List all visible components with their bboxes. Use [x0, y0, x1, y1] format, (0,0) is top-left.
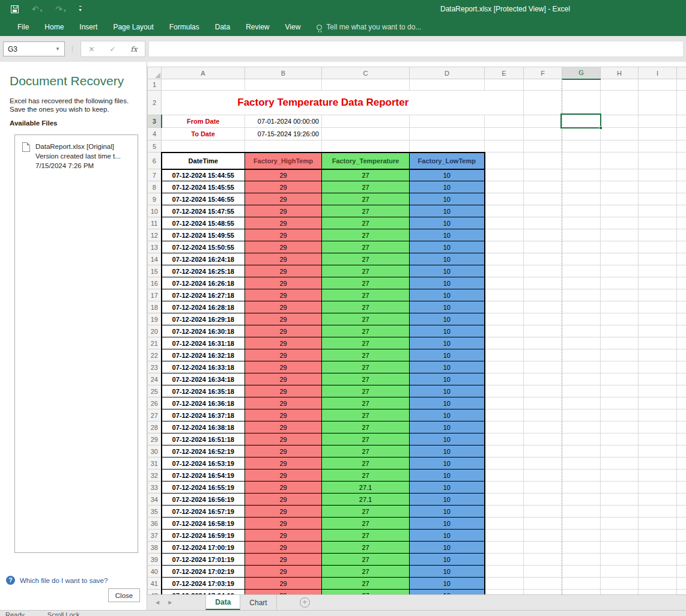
cell-empty[interactable]	[562, 373, 601, 385]
cell-empty[interactable]	[677, 361, 686, 373]
cell-empty[interactable]	[562, 205, 601, 217]
row-header[interactable]: 29	[148, 433, 162, 445]
which-file-help-link[interactable]: Which file do I want to save?	[20, 577, 108, 584]
cell-hightemp[interactable]: 29	[245, 205, 322, 217]
cell-empty[interactable]	[639, 217, 677, 229]
cell-empty[interactable]	[601, 337, 639, 349]
cell-empty[interactable]	[524, 566, 562, 578]
column-header-d[interactable]: D	[410, 67, 485, 79]
cell-temperature[interactable]: 27	[322, 205, 410, 217]
row-header[interactable]: 40	[148, 566, 162, 578]
column-header-b[interactable]: B	[245, 67, 322, 79]
cell-empty[interactable]	[485, 433, 524, 445]
cell-empty[interactable]	[524, 289, 562, 301]
cell-empty[interactable]	[562, 241, 601, 253]
cell-empty[interactable]	[562, 578, 601, 590]
cell-lowtemp[interactable]: 10	[410, 506, 485, 518]
cell-empty[interactable]	[677, 325, 686, 337]
cell-hightemp[interactable]: 29	[245, 229, 322, 241]
cell-empty[interactable]	[524, 482, 562, 494]
cell-empty[interactable]	[245, 140, 322, 152]
cell-empty[interactable]	[562, 470, 601, 482]
cell-empty[interactable]	[677, 409, 686, 421]
cell-empty[interactable]	[485, 530, 524, 542]
cell-empty[interactable]	[485, 506, 524, 518]
cell-empty[interactable]	[524, 181, 562, 193]
cell-lowtemp[interactable]: 10	[410, 590, 485, 595]
cell-empty[interactable]	[677, 229, 686, 241]
cell-lowtemp[interactable]: 10	[410, 169, 485, 181]
cell-empty[interactable]	[601, 140, 639, 152]
cell-temperature[interactable]: 27	[322, 457, 410, 470]
cell-empty[interactable]	[524, 140, 562, 152]
cell-lowtemp[interactable]: 10	[410, 542, 485, 554]
cell-empty[interactable]	[562, 152, 601, 169]
cell-empty[interactable]	[562, 566, 601, 578]
row-header[interactable]: 13	[148, 241, 162, 253]
cell-empty[interactable]	[677, 433, 686, 445]
cell-empty[interactable]	[639, 115, 677, 128]
cell-hightemp[interactable]: 29	[245, 169, 322, 181]
cell-datetime[interactable]: 07-12-2024 17:02:19	[162, 566, 245, 578]
cell-temperature[interactable]: 27	[322, 265, 410, 277]
cell-empty[interactable]	[601, 361, 639, 373]
cell-empty[interactable]	[677, 445, 686, 457]
cell-lowtemp[interactable]: 10	[410, 277, 485, 289]
cell-empty[interactable]	[601, 217, 639, 229]
cell-empty[interactable]	[524, 115, 562, 128]
cell-empty[interactable]	[639, 169, 677, 181]
cell-empty[interactable]	[485, 457, 524, 470]
cell-empty[interactable]	[562, 518, 601, 530]
cell-empty[interactable]	[601, 277, 639, 289]
cell-lowtemp[interactable]: 10	[410, 229, 485, 241]
cell-temperature[interactable]: 27	[322, 313, 410, 325]
column-header-i[interactable]: I	[639, 67, 677, 79]
row-header[interactable]: 9	[148, 193, 162, 205]
cell-temperature[interactable]: 27	[322, 373, 410, 385]
row-header[interactable]: 27	[148, 409, 162, 421]
close-button[interactable]: Close	[108, 588, 140, 602]
cell-empty[interactable]	[562, 421, 601, 433]
row-header[interactable]: 36	[148, 518, 162, 530]
cell-datetime[interactable]: 07-12-2024 16:38:18	[162, 421, 245, 433]
cell-empty[interactable]	[639, 152, 677, 169]
cell-empty[interactable]	[562, 409, 601, 421]
cell-empty[interactable]	[562, 482, 601, 494]
cell-empty[interactable]	[524, 152, 562, 169]
header-datetime[interactable]: DateTime	[162, 152, 245, 169]
cell-empty[interactable]	[485, 265, 524, 277]
cell-empty[interactable]	[677, 205, 686, 217]
cell-empty[interactable]	[677, 128, 686, 140]
cell-empty[interactable]	[639, 421, 677, 433]
cell-empty[interactable]	[639, 79, 677, 91]
cell-lowtemp[interactable]: 10	[410, 289, 485, 301]
cell-empty[interactable]	[601, 578, 639, 590]
cell-empty[interactable]	[524, 433, 562, 445]
cell-empty[interactable]	[562, 554, 601, 566]
cell-empty[interactable]	[639, 542, 677, 554]
cell-temperature[interactable]: 27	[322, 301, 410, 313]
cell-empty[interactable]	[524, 205, 562, 217]
cell-lowtemp[interactable]: 10	[410, 433, 485, 445]
cell-lowtemp[interactable]: 10	[410, 494, 485, 506]
cell-lowtemp[interactable]: 10	[410, 578, 485, 590]
cell-empty[interactable]	[601, 229, 639, 241]
cell-empty[interactable]	[601, 115, 639, 128]
cell-temperature[interactable]: 27	[322, 325, 410, 337]
row-header[interactable]: 22	[148, 349, 162, 361]
customize-quick-access-icon[interactable]: ▾	[79, 6, 82, 13]
row-header[interactable]: 31	[148, 457, 162, 470]
cell-empty[interactable]	[562, 277, 601, 289]
cell-hightemp[interactable]: 29	[245, 241, 322, 253]
cell-datetime[interactable]: 07-12-2024 16:33:18	[162, 361, 245, 373]
cell-empty[interactable]	[639, 128, 677, 140]
cell-hightemp[interactable]: 29	[245, 457, 322, 470]
cell-lowtemp[interactable]: 10	[410, 409, 485, 421]
cell-lowtemp[interactable]: 10	[410, 313, 485, 325]
cell-empty[interactable]	[485, 181, 524, 193]
row-header-1[interactable]: 1	[148, 79, 162, 91]
cell-empty[interactable]	[485, 325, 524, 337]
tab-view[interactable]: View	[278, 18, 309, 36]
cell-empty[interactable]	[677, 181, 686, 193]
cell-empty[interactable]	[677, 470, 686, 482]
